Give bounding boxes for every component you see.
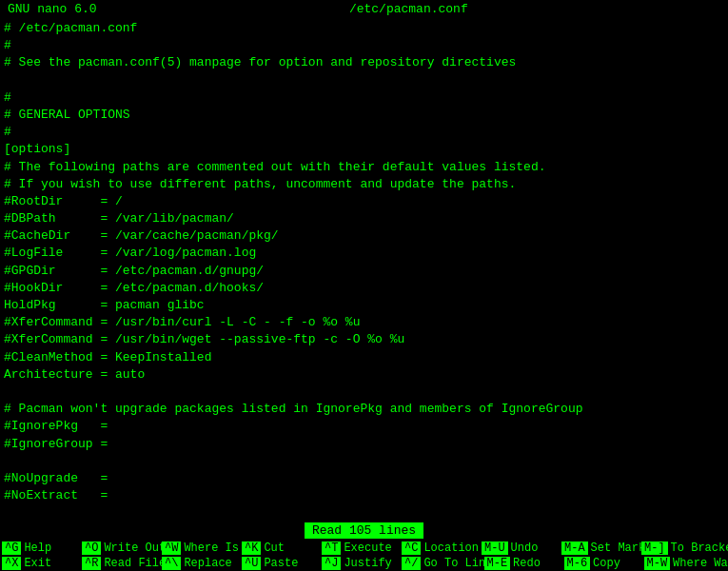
shortcut-item[interactable]: ^GHelp	[2, 541, 78, 555]
editor-line: #DBPath = /var/lib/pacman/	[4, 210, 724, 227]
editor-line: # If you wish to use different paths, un…	[4, 176, 724, 193]
shortcut-label: Where Was	[673, 557, 728, 570]
editor-line: HoldPkg = pacman glibc	[4, 297, 724, 314]
shortcut-item[interactable]: ^CLocation	[402, 541, 478, 555]
shortcut-key: ^J	[322, 557, 341, 570]
shortcut-key: ^/	[402, 557, 421, 570]
shortcut-label: Justify	[344, 557, 391, 570]
shortcut-item[interactable]: M-ASet Mark	[561, 541, 638, 555]
shortcut-label: Paste	[264, 557, 298, 570]
editor-line: #CacheDir = /var/cache/pacman/pkg/	[4, 227, 724, 245]
shortcut-item[interactable]: M-ERedo	[484, 557, 561, 570]
editor-line: # Pacman won't upgrade packages listed i…	[4, 401, 724, 418]
shortcut-item[interactable]: ^XExit	[2, 557, 78, 570]
editor-line: #IgnoreGroup =	[4, 436, 724, 453]
shortcut-key: M-W	[644, 557, 671, 570]
editor-line: #GPGDir = /etc/pacman.d/gnupg/	[4, 263, 724, 280]
shortcut-bar-1: ^GHelp^OWrite Out^WWhere Is^KCut^TExecut…	[0, 541, 728, 556]
editor-line: #NoExtract =	[4, 487, 724, 504]
editor-line: # /etc/pacman.conf	[4, 20, 724, 37]
shortcut-label: Redo	[513, 557, 541, 570]
shortcut-key: ^C	[402, 541, 421, 555]
shortcut-item[interactable]: M-WWhere Was	[644, 557, 723, 570]
shortcut-item[interactable]: ^OWrite Out	[82, 541, 158, 555]
shortcut-key: M-U	[482, 541, 508, 555]
shortcut-item[interactable]: ^TExecute	[322, 541, 398, 555]
editor-line: # GENERAL OPTIONS	[4, 107, 724, 124]
shortcut-item[interactable]: ^JJustify	[322, 557, 398, 570]
shortcut-item[interactable]: ^RRead File	[82, 557, 158, 570]
shortcut-label: Copy	[593, 557, 620, 570]
shortcut-label: To Bracket	[671, 541, 728, 555]
editor-line: #NoUpgrade =	[4, 470, 724, 487]
editor-line	[4, 384, 724, 401]
editor-line: #	[4, 89, 724, 107]
shortcut-item[interactable]: ^UPaste	[242, 557, 318, 570]
title-center: /etc/pacman.conf	[349, 2, 468, 16]
status-bar: Read 105 lines	[0, 521, 728, 541]
editor-line: # The following paths are commented out …	[4, 159, 724, 176]
title-bar: GNU nano 6.0 /etc/pacman.conf	[0, 0, 728, 18]
editor-line: #XferCommand = /usr/bin/wget --passive-f…	[4, 331, 724, 348]
shortcut-item[interactable]: M-6Copy	[564, 557, 640, 570]
editor-line: #HookDir = /etc/pacman.d/hooks/	[4, 280, 724, 297]
editor-line: [options]	[4, 141, 724, 158]
shortcut-key: ^O	[82, 541, 101, 555]
editor-line: #	[4, 37, 724, 54]
shortcut-key: ^\	[162, 557, 181, 570]
shortcut-key: M-A	[561, 541, 588, 555]
shortcut-key: ^X	[2, 557, 21, 570]
shortcut-key: ^U	[242, 557, 261, 570]
shortcut-label: Undo	[511, 541, 539, 555]
shortcut-label: Write Out	[104, 541, 166, 555]
shortcut-item[interactable]: M-UUndo	[482, 541, 558, 555]
shortcut-label: Cut	[264, 541, 285, 555]
shortcut-label: Where Is	[184, 541, 239, 555]
status-text: Read 105 lines	[305, 522, 423, 539]
shortcut-key: ^W	[162, 541, 181, 555]
editor-line	[4, 453, 724, 470]
editor-line: #RootDir = /	[4, 193, 724, 210]
editor-line: # See the pacman.conf(5) manpage for opt…	[4, 54, 724, 71]
shortcut-key: M-]	[641, 541, 668, 555]
shortcut-key: ^G	[2, 541, 21, 555]
editor-line: #CleanMethod = KeepInstalled	[4, 349, 724, 366]
shortcut-label: Set Mark	[591, 541, 646, 555]
shortcut-label: Read File	[104, 557, 166, 570]
shortcut-item[interactable]: ^\Replace	[162, 557, 238, 570]
shortcut-item[interactable]: ^KCut	[242, 541, 318, 555]
shortcut-item[interactable]: ^WWhere Is	[162, 541, 238, 555]
shortcut-key: ^K	[242, 541, 261, 555]
title-left: GNU nano 6.0	[8, 2, 97, 16]
shortcut-label: Exit	[24, 557, 51, 570]
shortcut-label: Replace	[184, 557, 231, 570]
shortcut-key: ^T	[322, 541, 341, 555]
editor-line	[4, 504, 724, 521]
shortcut-label: Help	[24, 541, 51, 555]
shortcut-key: ^R	[82, 557, 101, 570]
shortcut-item[interactable]: ^/Go To Line	[402, 557, 481, 570]
shortcut-item[interactable]: M-]To Bracket	[641, 541, 722, 555]
editor-line: #IgnorePkg =	[4, 418, 724, 435]
shortcut-key: M-6	[564, 557, 591, 570]
shortcut-label: Execute	[344, 541, 391, 555]
editor-line: #	[4, 124, 724, 141]
editor-line: #LogFile = /var/log/pacman.log	[4, 245, 724, 262]
editor-line: Architecture = auto	[4, 366, 724, 384]
editor-line: #XferCommand = /usr/bin/curl -L -C - -f …	[4, 314, 724, 331]
editor-line	[4, 72, 724, 89]
shortcut-key: M-E	[484, 557, 511, 570]
editor-area[interactable]: # /etc/pacman.conf## See the pacman.conf…	[0, 18, 728, 521]
shortcut-label: Go To Line	[423, 557, 492, 570]
shortcut-label: Location	[423, 541, 479, 555]
shortcut-bar-2: ^XExit^RRead File^\Replace^UPaste^JJusti…	[0, 556, 728, 571]
